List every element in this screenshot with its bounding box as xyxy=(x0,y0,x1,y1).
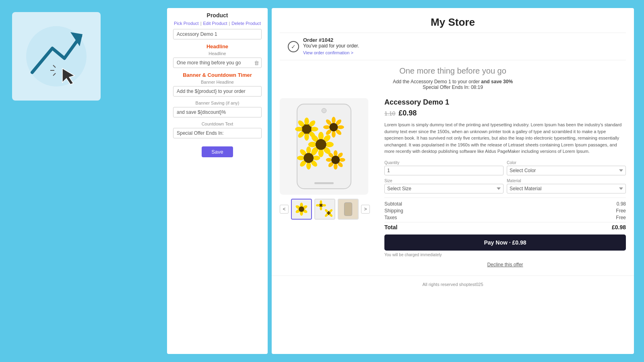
total-label: Total xyxy=(384,224,397,230)
headline-field-label: Headline xyxy=(173,51,262,56)
size-group: Size Select Size xyxy=(384,179,504,193)
svg-point-7 xyxy=(322,108,326,113)
decline-offer-link[interactable]: Decline this offer xyxy=(384,262,626,267)
svg-point-35 xyxy=(303,153,314,163)
total-value: £0.98 xyxy=(612,224,626,230)
countdown-label: Countdown Text xyxy=(173,121,262,126)
svg-point-47 xyxy=(325,142,334,147)
thumbnail-3[interactable] xyxy=(338,199,359,220)
svg-point-38 xyxy=(339,158,345,162)
banner-headline-label: Banner Headline xyxy=(173,80,262,84)
product-images: < xyxy=(280,98,376,276)
svg-point-11 xyxy=(311,127,318,131)
thumbnail-1[interactable] xyxy=(291,199,312,220)
right-panel: My Store ✓ Order #1042 You've paid for y… xyxy=(272,8,634,354)
svg-point-40 xyxy=(334,163,338,169)
color-group: Color Select Color xyxy=(507,160,626,175)
color-select[interactable]: Select Color xyxy=(507,166,626,175)
subtotal-label: Subtotal xyxy=(384,201,402,207)
banner-saving-label: Banner Saving (if any) xyxy=(173,101,262,105)
banner-headline-input[interactable] xyxy=(173,86,262,97)
thumb-prev-button[interactable]: < xyxy=(280,205,289,214)
thumbnail-2[interactable] xyxy=(314,199,335,220)
charged-note: You will be charged immediately xyxy=(384,253,626,257)
product-name: Accessory Demo 1 xyxy=(384,98,626,107)
totals-section: Subtotal 0.98 Shipping Free Taxes Free T… xyxy=(384,197,626,230)
svg-rect-75 xyxy=(344,203,352,216)
quantity-input[interactable] xyxy=(384,166,504,175)
price-original: 1.10 xyxy=(384,110,395,117)
headline-input[interactable] xyxy=(173,58,262,68)
svg-point-45 xyxy=(318,132,324,140)
product-links-row: Pick Product | Edit Product | Delete Pro… xyxy=(173,21,262,26)
svg-point-26 xyxy=(329,123,338,132)
color-label: Color xyxy=(507,160,626,165)
view-order-link[interactable]: View order confirmation > xyxy=(303,50,353,55)
svg-rect-54 xyxy=(314,182,334,184)
svg-point-15 xyxy=(295,127,303,131)
product-details: Accessory Demo 1 1.10 £0.98 Lorem Ipsum … xyxy=(384,98,626,276)
svg-point-53 xyxy=(316,139,326,150)
svg-point-20 xyxy=(337,125,344,129)
thumb-next-button[interactable]: > xyxy=(361,205,370,214)
quantity-group: Quantity xyxy=(384,160,504,175)
size-label: Size xyxy=(384,179,504,183)
order-info: Order #1042 You've paid for your order. … xyxy=(303,37,359,56)
shipping-label: Shipping xyxy=(384,208,403,214)
material-group: Material Select Material xyxy=(507,179,626,193)
svg-point-44 xyxy=(331,156,340,164)
product-name-input[interactable] xyxy=(173,29,262,39)
edit-product-link[interactable]: Edit Product xyxy=(203,21,227,26)
upsell-save-text: and save 30% xyxy=(481,79,513,84)
svg-point-13 xyxy=(304,133,309,141)
svg-point-36 xyxy=(334,150,338,156)
price-row: 1.10 £0.98 xyxy=(384,109,626,117)
headline-input-wrapper: 🗑 xyxy=(173,58,262,68)
subtotal-row: Subtotal 0.98 xyxy=(384,201,626,207)
order-number: Order #1042 xyxy=(303,37,333,43)
svg-point-67 xyxy=(320,206,322,210)
material-select[interactable]: Select Material xyxy=(507,184,626,193)
size-select[interactable]: Select Size xyxy=(384,184,504,193)
material-label: Material xyxy=(507,179,626,183)
quantity-label: Quantity xyxy=(384,160,504,165)
taxes-row: Taxes Free xyxy=(384,215,626,220)
svg-point-42 xyxy=(326,158,332,162)
svg-point-17 xyxy=(302,124,311,134)
order-status: You've paid for your order. xyxy=(303,43,359,49)
upsell-banner-text: Add the Accessory Demo 1 to your order xyxy=(393,79,481,84)
headline-section-title: Headline xyxy=(173,43,262,49)
banner-saving-input[interactable] xyxy=(173,107,262,117)
pay-now-button[interactable]: Pay Now · £0.98 xyxy=(384,234,626,251)
product-description: Lorem Ipsum is simply dummy text of the … xyxy=(384,121,626,155)
svg-point-33 xyxy=(297,156,305,160)
svg-point-49 xyxy=(318,149,324,157)
taxes-value: Free xyxy=(616,215,626,220)
logo-box xyxy=(12,12,101,101)
taxes-label: Taxes xyxy=(384,215,397,220)
shipping-value: Free xyxy=(616,208,626,214)
banner-section: Banner & Countdown Timer Banner Headline… xyxy=(173,72,262,157)
total-row: Total £0.98 xyxy=(384,222,626,230)
save-button[interactable]: Save xyxy=(202,146,233,157)
svg-point-62 xyxy=(299,206,304,212)
left-panel: Product Pick Product | Edit Product | De… xyxy=(167,8,268,354)
pick-product-link[interactable]: Pick Product xyxy=(174,21,199,26)
product-area: < xyxy=(272,98,634,276)
upsell-banner: Add the Accessory Demo 1 to your order a… xyxy=(272,79,634,90)
upsell-headline: One more thing before you go xyxy=(272,66,634,76)
trash-icon[interactable]: 🗑 xyxy=(254,60,259,66)
svg-point-18 xyxy=(332,117,336,123)
svg-point-9 xyxy=(304,117,309,125)
subtotal-value: 0.98 xyxy=(617,201,626,207)
countdown-input[interactable] xyxy=(173,128,262,138)
delete-product-link[interactable]: Delete Product xyxy=(231,21,261,26)
banner-section-title: Banner & Countdown Timer xyxy=(173,72,262,78)
svg-point-68 xyxy=(316,204,320,207)
thumbnails-row: < xyxy=(280,199,376,220)
main-product-image xyxy=(280,98,368,195)
svg-point-66 xyxy=(322,204,326,207)
shipping-row: Shipping Free xyxy=(384,208,626,214)
product-section: Product Pick Product | Edit Product | De… xyxy=(173,12,262,43)
svg-point-51 xyxy=(308,142,317,147)
